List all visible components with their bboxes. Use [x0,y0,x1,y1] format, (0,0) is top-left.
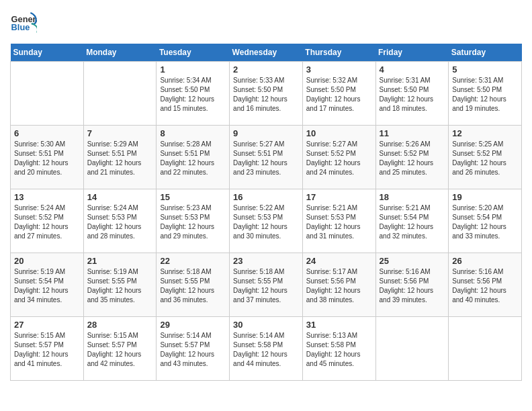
day-number: 9 [233,128,299,138]
day-info: Sunrise: 5:19 AM Sunset: 5:54 PM Dayligh… [14,267,80,305]
week-row-3: 13Sunrise: 5:24 AM Sunset: 5:52 PM Dayli… [11,189,522,253]
day-cell: 31Sunrise: 5:13 AM Sunset: 5:58 PM Dayli… [302,317,375,381]
day-number: 11 [380,128,445,138]
day-number: 13 [14,192,80,202]
day-cell: 21Sunrise: 5:19 AM Sunset: 5:55 PM Dayli… [83,253,157,317]
day-info: Sunrise: 5:34 AM Sunset: 5:50 PM Dayligh… [160,76,226,113]
day-number: 28 [87,320,153,330]
day-info: Sunrise: 5:31 AM Sunset: 5:50 PM Dayligh… [452,76,518,113]
day-number: 16 [233,192,299,202]
day-number: 14 [87,192,153,202]
day-info: Sunrise: 5:22 AM Sunset: 5:53 PM Dayligh… [233,203,299,241]
logo-icon: General Blue [10,10,37,37]
day-cell: 22Sunrise: 5:18 AM Sunset: 5:55 PM Dayli… [157,253,230,317]
day-cell: 29Sunrise: 5:14 AM Sunset: 5:57 PM Dayli… [157,317,230,381]
day-cell: 16Sunrise: 5:22 AM Sunset: 5:53 PM Dayli… [230,189,303,253]
day-cell [375,317,449,381]
day-number: 23 [233,256,299,266]
day-info: Sunrise: 5:17 AM Sunset: 5:56 PM Dayligh… [306,267,372,305]
day-cell: 19Sunrise: 5:20 AM Sunset: 5:54 PM Dayli… [449,189,522,253]
day-info: Sunrise: 5:23 AM Sunset: 5:53 PM Dayligh… [160,203,226,241]
day-number: 8 [160,128,226,138]
day-info: Sunrise: 5:29 AM Sunset: 5:51 PM Dayligh… [87,140,153,177]
day-info: Sunrise: 5:18 AM Sunset: 5:55 PM Dayligh… [233,267,299,305]
day-cell: 8Sunrise: 5:28 AM Sunset: 5:51 PM Daylig… [157,126,230,189]
day-number: 24 [306,256,372,266]
header-cell-friday: Friday [375,44,449,62]
header-row: SundayMondayTuesdayWednesdayThursdayFrid… [11,44,522,62]
header-cell-saturday: Saturday [449,44,522,62]
calendar-table: SundayMondayTuesdayWednesdayThursdayFrid… [10,44,522,381]
week-row-2: 6Sunrise: 5:30 AM Sunset: 5:51 PM Daylig… [11,126,522,189]
day-cell: 17Sunrise: 5:21 AM Sunset: 5:53 PM Dayli… [302,189,375,253]
day-info: Sunrise: 5:14 AM Sunset: 5:58 PM Dayligh… [233,331,299,369]
day-info: Sunrise: 5:31 AM Sunset: 5:50 PM Dayligh… [380,76,445,113]
header-cell-thursday: Thursday [302,44,375,62]
day-number: 19 [452,192,518,202]
day-number: 1 [160,64,226,75]
week-row-4: 20Sunrise: 5:19 AM Sunset: 5:54 PM Dayli… [11,253,522,317]
day-cell: 14Sunrise: 5:24 AM Sunset: 5:53 PM Dayli… [83,189,157,253]
day-info: Sunrise: 5:16 AM Sunset: 5:56 PM Dayligh… [452,267,518,305]
day-cell: 5Sunrise: 5:31 AM Sunset: 5:50 PM Daylig… [449,62,522,126]
day-number: 26 [452,256,518,266]
header-cell-wednesday: Wednesday [230,44,303,62]
day-number: 22 [160,256,226,266]
day-info: Sunrise: 5:16 AM Sunset: 5:56 PM Dayligh… [380,267,445,305]
logo: General Blue [10,10,40,37]
day-cell: 1Sunrise: 5:34 AM Sunset: 5:50 PM Daylig… [157,62,230,126]
day-cell: 10Sunrise: 5:27 AM Sunset: 5:52 PM Dayli… [302,126,375,189]
day-cell: 9Sunrise: 5:27 AM Sunset: 5:51 PM Daylig… [230,126,303,189]
day-number: 12 [452,128,518,138]
day-info: Sunrise: 5:21 AM Sunset: 5:53 PM Dayligh… [306,203,372,241]
day-cell: 7Sunrise: 5:29 AM Sunset: 5:51 PM Daylig… [83,126,157,189]
header-cell-tuesday: Tuesday [157,44,230,62]
day-number: 27 [14,320,80,330]
day-number: 4 [380,64,445,75]
day-info: Sunrise: 5:24 AM Sunset: 5:53 PM Dayligh… [87,203,153,241]
day-cell: 2Sunrise: 5:33 AM Sunset: 5:50 PM Daylig… [230,62,303,126]
day-number: 18 [380,192,445,202]
week-row-5: 27Sunrise: 5:15 AM Sunset: 5:57 PM Dayli… [11,317,522,381]
day-info: Sunrise: 5:14 AM Sunset: 5:57 PM Dayligh… [160,331,226,369]
header-cell-sunday: Sunday [11,44,84,62]
day-number: 30 [233,320,299,330]
day-number: 5 [452,64,518,75]
day-number: 25 [380,256,445,266]
day-cell: 23Sunrise: 5:18 AM Sunset: 5:55 PM Dayli… [230,253,303,317]
day-cell: 28Sunrise: 5:15 AM Sunset: 5:57 PM Dayli… [83,317,157,381]
day-info: Sunrise: 5:21 AM Sunset: 5:54 PM Dayligh… [380,203,445,241]
day-number: 17 [306,192,372,202]
day-info: Sunrise: 5:33 AM Sunset: 5:50 PM Dayligh… [233,76,299,113]
day-info: Sunrise: 5:18 AM Sunset: 5:55 PM Dayligh… [160,267,226,305]
day-cell: 13Sunrise: 5:24 AM Sunset: 5:52 PM Dayli… [11,189,84,253]
day-number: 31 [306,320,372,330]
day-cell: 11Sunrise: 5:26 AM Sunset: 5:52 PM Dayli… [375,126,449,189]
day-cell: 20Sunrise: 5:19 AM Sunset: 5:54 PM Dayli… [11,253,84,317]
day-cell: 15Sunrise: 5:23 AM Sunset: 5:53 PM Dayli… [157,189,230,253]
day-cell [83,62,157,126]
day-info: Sunrise: 5:19 AM Sunset: 5:55 PM Dayligh… [87,267,153,305]
day-cell: 26Sunrise: 5:16 AM Sunset: 5:56 PM Dayli… [449,253,522,317]
day-number: 21 [87,256,153,266]
day-info: Sunrise: 5:15 AM Sunset: 5:57 PM Dayligh… [87,331,153,369]
day-number: 15 [160,192,226,202]
day-number: 20 [14,256,80,266]
day-number: 6 [14,128,80,138]
day-cell: 30Sunrise: 5:14 AM Sunset: 5:58 PM Dayli… [230,317,303,381]
header-cell-monday: Monday [83,44,157,62]
day-info: Sunrise: 5:13 AM Sunset: 5:58 PM Dayligh… [306,331,372,369]
day-info: Sunrise: 5:15 AM Sunset: 5:57 PM Dayligh… [14,331,80,369]
day-info: Sunrise: 5:26 AM Sunset: 5:52 PM Dayligh… [380,140,445,177]
day-cell: 25Sunrise: 5:16 AM Sunset: 5:56 PM Dayli… [375,253,449,317]
day-info: Sunrise: 5:25 AM Sunset: 5:52 PM Dayligh… [452,140,518,177]
day-info: Sunrise: 5:30 AM Sunset: 5:51 PM Dayligh… [14,140,80,177]
day-number: 10 [306,128,372,138]
day-cell [11,62,84,126]
day-cell: 4Sunrise: 5:31 AM Sunset: 5:50 PM Daylig… [375,62,449,126]
day-number: 3 [306,64,372,75]
day-info: Sunrise: 5:20 AM Sunset: 5:54 PM Dayligh… [452,203,518,241]
day-cell: 24Sunrise: 5:17 AM Sunset: 5:56 PM Dayli… [302,253,375,317]
svg-text:Blue: Blue [11,22,30,32]
day-cell: 27Sunrise: 5:15 AM Sunset: 5:57 PM Dayli… [11,317,84,381]
